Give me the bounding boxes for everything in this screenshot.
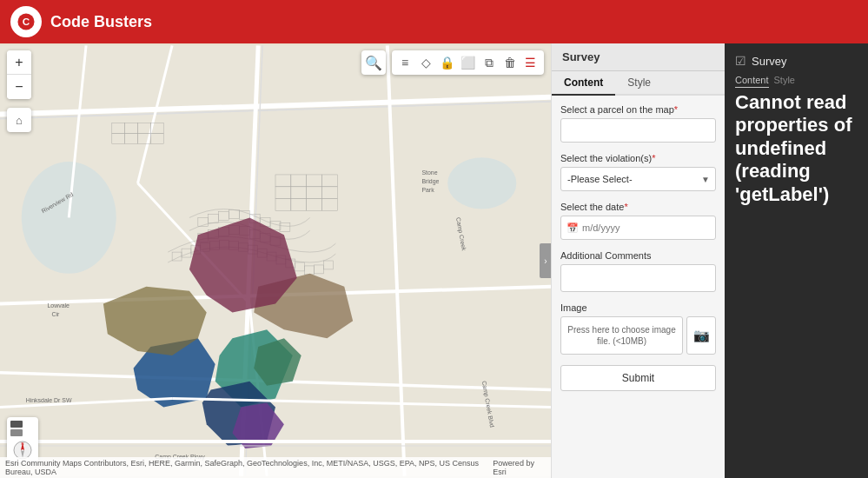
select-icon[interactable]: ⬜ [460, 54, 475, 71]
logo-icon: C [17, 12, 36, 31]
map-legend: N [7, 417, 38, 462]
zoom-out-button[interactable]: − [7, 75, 31, 99]
home-icon: ⌂ [16, 114, 23, 127]
parcel-label: Select a parcel on the map* [560, 104, 716, 115]
lock-icon[interactable]: 🔒 [439, 54, 454, 71]
svg-text:Park: Park [421, 187, 434, 193]
svg-text:N: N [22, 441, 24, 446]
layers-icon[interactable]: ≡ [397, 54, 413, 71]
trash-icon[interactable]: 🗑 [502, 54, 518, 71]
zoom-in-button[interactable]: + [7, 50, 31, 75]
legend-row-2 [10, 429, 35, 436]
comments-textarea[interactable] [560, 264, 716, 292]
main-area: Riverview Rd Stone Bridge Park Camp Cree… [0, 43, 868, 478]
error-tab-content[interactable]: Content [735, 75, 769, 88]
copy-icon[interactable]: ⧉ [481, 54, 497, 71]
submit-label: Submit [622, 372, 654, 384]
violation-field-group: Select the violation(s)* -Please Select-… [560, 153, 716, 191]
tab-content[interactable]: Content [552, 71, 615, 96]
survey-panel-header: Survey [552, 43, 725, 71]
violation-select-wrapper: -Please Select- ▼ [560, 167, 716, 191]
date-label: Select the date* [560, 202, 716, 212]
svg-text:Bridge: Bridge [421, 178, 439, 185]
submit-button[interactable]: Submit [560, 365, 716, 391]
tab-style[interactable]: Style [615, 71, 663, 94]
date-input-wrapper: 📅 [560, 216, 716, 240]
image-upload-row: Press here to choose image file. (<10MB)… [560, 316, 716, 355]
map-container[interactable]: Riverview Rd Stone Bridge Park Camp Cree… [0, 43, 551, 478]
survey-tabs: Content Style [552, 71, 725, 96]
survey-title: Survey [562, 50, 600, 63]
map-toolbar: ≡ ◇ 🔒 ⬜ ⧉ 🗑 ☰ [392, 50, 544, 75]
comments-field-group: Additional Comments [560, 250, 716, 292]
survey-form-body: Select a parcel on the map* Select the v… [552, 96, 725, 400]
image-upload-text: Press here to choose image file. (<10MB) [567, 325, 676, 346]
home-button[interactable]: ⌂ [7, 108, 31, 132]
draw-icon[interactable]: ◇ [418, 54, 434, 71]
app-header: C Code Busters [0, 0, 868, 43]
error-tab-style[interactable]: Style [774, 75, 795, 88]
error-tabs: Content Style [735, 75, 858, 88]
app-logo: C [10, 6, 42, 37]
camera-button[interactable]: 📷 [686, 316, 716, 355]
check-icon: ☑ [735, 54, 746, 68]
image-upload-button[interactable]: Press here to choose image file. (<10MB) [560, 316, 683, 355]
svg-text:Hinksdale Dr SW: Hinksdale Dr SW [26, 397, 72, 403]
map-zoom-controls: + − [7, 50, 31, 99]
powered-by-text: Powered by Esri [493, 459, 546, 476]
image-label: Image [560, 302, 716, 313]
menu-icon[interactable]: ☰ [523, 54, 539, 71]
search-icon: 🔍 [365, 55, 382, 71]
violation-select[interactable]: -Please Select- [560, 167, 716, 191]
camera-icon: 📷 [693, 328, 710, 343]
legend-row-1 [10, 421, 35, 428]
error-panel-title: Survey [752, 55, 786, 68]
svg-text:C: C [23, 16, 30, 27]
map-search-button[interactable]: 🔍 [361, 50, 386, 75]
panel-collapse-arrow[interactable]: › [540, 243, 551, 278]
error-panel: ☑ Survey Content Style Cannot read prope… [725, 43, 868, 478]
map-attribution: Esri Community Maps Contributors, Esri, … [0, 457, 551, 478]
comments-label: Additional Comments [560, 250, 716, 261]
legend-swatch-2 [10, 429, 23, 436]
image-section: Image Press here to choose image file. (… [560, 302, 716, 355]
date-field-group: Select the date* 📅 [560, 202, 716, 240]
error-panel-header: ☑ Survey [735, 54, 858, 68]
compass-icon: N [10, 441, 35, 459]
map-canvas[interactable]: Riverview Rd Stone Bridge Park Camp Cree… [0, 43, 551, 478]
violation-label: Select the violation(s)* [560, 153, 716, 163]
legend-swatch-1 [10, 421, 23, 428]
parcel-field-group: Select a parcel on the map* [560, 104, 716, 143]
error-message: Cannot read properties of undefined (rea… [735, 91, 858, 206]
app-title: Code Busters [50, 13, 152, 31]
attribution-text: Esri Community Maps Contributors, Esri, … [5, 459, 493, 476]
date-input[interactable] [560, 216, 716, 240]
svg-text:Lowvale: Lowvale [47, 302, 70, 309]
svg-text:Cir: Cir [51, 311, 60, 317]
svg-text:Stone: Stone [421, 169, 437, 176]
survey-panel: Survey Content Style Select a parcel on … [551, 43, 725, 478]
parcel-input[interactable] [560, 118, 716, 143]
